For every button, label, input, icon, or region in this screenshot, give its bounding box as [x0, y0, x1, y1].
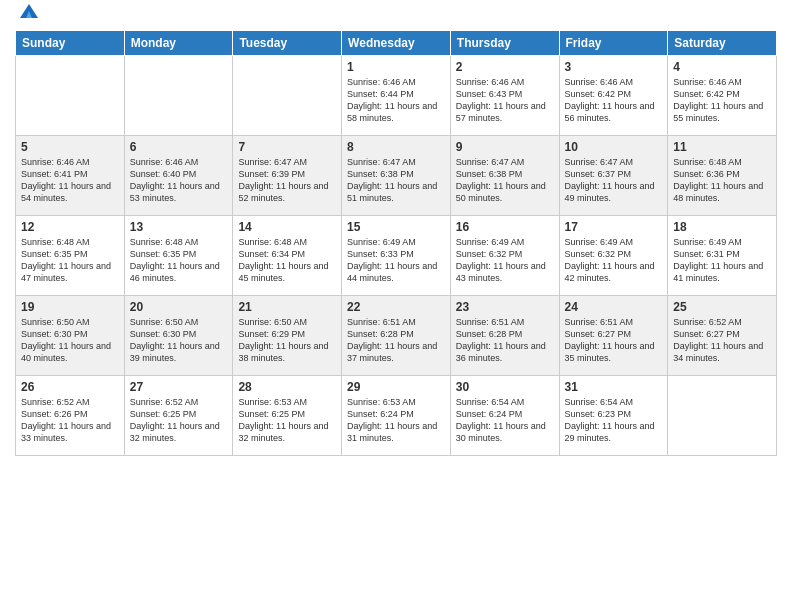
- day-info: Sunrise: 6:46 AMSunset: 6:43 PMDaylight:…: [456, 76, 554, 125]
- day-number: 2: [456, 60, 554, 74]
- calendar-cell: 15Sunrise: 6:49 AMSunset: 6:33 PMDayligh…: [342, 216, 451, 296]
- calendar-cell: 21Sunrise: 6:50 AMSunset: 6:29 PMDayligh…: [233, 296, 342, 376]
- day-number: 21: [238, 300, 336, 314]
- day-number: 19: [21, 300, 119, 314]
- day-info: Sunrise: 6:48 AMSunset: 6:35 PMDaylight:…: [21, 236, 119, 285]
- calendar-cell: 24Sunrise: 6:51 AMSunset: 6:27 PMDayligh…: [559, 296, 668, 376]
- day-info: Sunrise: 6:46 AMSunset: 6:41 PMDaylight:…: [21, 156, 119, 205]
- calendar-cell: 29Sunrise: 6:53 AMSunset: 6:24 PMDayligh…: [342, 376, 451, 456]
- logo: [15, 10, 40, 22]
- day-info: Sunrise: 6:54 AMSunset: 6:23 PMDaylight:…: [565, 396, 663, 445]
- calendar-week-4: 26Sunrise: 6:52 AMSunset: 6:26 PMDayligh…: [16, 376, 777, 456]
- calendar-cell: [233, 56, 342, 136]
- day-info: Sunrise: 6:52 AMSunset: 6:25 PMDaylight:…: [130, 396, 228, 445]
- day-number: 27: [130, 380, 228, 394]
- calendar-header-row: SundayMondayTuesdayWednesdayThursdayFrid…: [16, 31, 777, 56]
- day-number: 12: [21, 220, 119, 234]
- calendar-cell: 13Sunrise: 6:48 AMSunset: 6:35 PMDayligh…: [124, 216, 233, 296]
- day-info: Sunrise: 6:49 AMSunset: 6:33 PMDaylight:…: [347, 236, 445, 285]
- day-number: 22: [347, 300, 445, 314]
- calendar-week-2: 12Sunrise: 6:48 AMSunset: 6:35 PMDayligh…: [16, 216, 777, 296]
- calendar-cell: 3Sunrise: 6:46 AMSunset: 6:42 PMDaylight…: [559, 56, 668, 136]
- col-header-thursday: Thursday: [450, 31, 559, 56]
- calendar-cell: 19Sunrise: 6:50 AMSunset: 6:30 PMDayligh…: [16, 296, 125, 376]
- day-number: 29: [347, 380, 445, 394]
- day-info: Sunrise: 6:54 AMSunset: 6:24 PMDaylight:…: [456, 396, 554, 445]
- day-number: 31: [565, 380, 663, 394]
- day-info: Sunrise: 6:47 AMSunset: 6:38 PMDaylight:…: [347, 156, 445, 205]
- calendar-cell: 9Sunrise: 6:47 AMSunset: 6:38 PMDaylight…: [450, 136, 559, 216]
- col-header-wednesday: Wednesday: [342, 31, 451, 56]
- day-info: Sunrise: 6:49 AMSunset: 6:32 PMDaylight:…: [565, 236, 663, 285]
- calendar-cell: 26Sunrise: 6:52 AMSunset: 6:26 PMDayligh…: [16, 376, 125, 456]
- logo-icon: [18, 0, 40, 22]
- day-number: 15: [347, 220, 445, 234]
- day-number: 8: [347, 140, 445, 154]
- col-header-friday: Friday: [559, 31, 668, 56]
- day-number: 20: [130, 300, 228, 314]
- calendar-cell: 2Sunrise: 6:46 AMSunset: 6:43 PMDaylight…: [450, 56, 559, 136]
- col-header-saturday: Saturday: [668, 31, 777, 56]
- day-info: Sunrise: 6:47 AMSunset: 6:39 PMDaylight:…: [238, 156, 336, 205]
- calendar-cell: 17Sunrise: 6:49 AMSunset: 6:32 PMDayligh…: [559, 216, 668, 296]
- day-info: Sunrise: 6:47 AMSunset: 6:38 PMDaylight:…: [456, 156, 554, 205]
- day-info: Sunrise: 6:46 AMSunset: 6:42 PMDaylight:…: [673, 76, 771, 125]
- day-number: 3: [565, 60, 663, 74]
- calendar-cell: 14Sunrise: 6:48 AMSunset: 6:34 PMDayligh…: [233, 216, 342, 296]
- day-number: 10: [565, 140, 663, 154]
- day-number: 7: [238, 140, 336, 154]
- calendar-cell: [124, 56, 233, 136]
- day-number: 14: [238, 220, 336, 234]
- calendar-cell: 12Sunrise: 6:48 AMSunset: 6:35 PMDayligh…: [16, 216, 125, 296]
- day-number: 25: [673, 300, 771, 314]
- day-number: 17: [565, 220, 663, 234]
- day-number: 30: [456, 380, 554, 394]
- day-number: 9: [456, 140, 554, 154]
- day-number: 26: [21, 380, 119, 394]
- col-header-monday: Monday: [124, 31, 233, 56]
- day-info: Sunrise: 6:46 AMSunset: 6:44 PMDaylight:…: [347, 76, 445, 125]
- day-number: 6: [130, 140, 228, 154]
- day-info: Sunrise: 6:46 AMSunset: 6:40 PMDaylight:…: [130, 156, 228, 205]
- calendar-week-1: 5Sunrise: 6:46 AMSunset: 6:41 PMDaylight…: [16, 136, 777, 216]
- calendar-cell: 7Sunrise: 6:47 AMSunset: 6:39 PMDaylight…: [233, 136, 342, 216]
- day-info: Sunrise: 6:52 AMSunset: 6:27 PMDaylight:…: [673, 316, 771, 365]
- page-header: [15, 10, 777, 22]
- calendar-table: SundayMondayTuesdayWednesdayThursdayFrid…: [15, 30, 777, 456]
- calendar-cell: 4Sunrise: 6:46 AMSunset: 6:42 PMDaylight…: [668, 56, 777, 136]
- day-info: Sunrise: 6:52 AMSunset: 6:26 PMDaylight:…: [21, 396, 119, 445]
- day-number: 24: [565, 300, 663, 314]
- day-number: 28: [238, 380, 336, 394]
- day-info: Sunrise: 6:53 AMSunset: 6:24 PMDaylight:…: [347, 396, 445, 445]
- calendar-cell: 6Sunrise: 6:46 AMSunset: 6:40 PMDaylight…: [124, 136, 233, 216]
- day-number: 23: [456, 300, 554, 314]
- calendar-cell: 23Sunrise: 6:51 AMSunset: 6:28 PMDayligh…: [450, 296, 559, 376]
- day-number: 18: [673, 220, 771, 234]
- day-info: Sunrise: 6:49 AMSunset: 6:32 PMDaylight:…: [456, 236, 554, 285]
- day-number: 16: [456, 220, 554, 234]
- calendar-week-3: 19Sunrise: 6:50 AMSunset: 6:30 PMDayligh…: [16, 296, 777, 376]
- calendar-cell: 1Sunrise: 6:46 AMSunset: 6:44 PMDaylight…: [342, 56, 451, 136]
- calendar-cell: 18Sunrise: 6:49 AMSunset: 6:31 PMDayligh…: [668, 216, 777, 296]
- calendar-cell: 10Sunrise: 6:47 AMSunset: 6:37 PMDayligh…: [559, 136, 668, 216]
- day-info: Sunrise: 6:51 AMSunset: 6:28 PMDaylight:…: [347, 316, 445, 365]
- day-info: Sunrise: 6:48 AMSunset: 6:34 PMDaylight:…: [238, 236, 336, 285]
- day-info: Sunrise: 6:47 AMSunset: 6:37 PMDaylight:…: [565, 156, 663, 205]
- calendar-cell: 22Sunrise: 6:51 AMSunset: 6:28 PMDayligh…: [342, 296, 451, 376]
- day-number: 5: [21, 140, 119, 154]
- calendar-cell: 28Sunrise: 6:53 AMSunset: 6:25 PMDayligh…: [233, 376, 342, 456]
- calendar-cell: 16Sunrise: 6:49 AMSunset: 6:32 PMDayligh…: [450, 216, 559, 296]
- calendar-week-0: 1Sunrise: 6:46 AMSunset: 6:44 PMDaylight…: [16, 56, 777, 136]
- calendar-cell: 25Sunrise: 6:52 AMSunset: 6:27 PMDayligh…: [668, 296, 777, 376]
- calendar-cell: [16, 56, 125, 136]
- day-info: Sunrise: 6:48 AMSunset: 6:35 PMDaylight:…: [130, 236, 228, 285]
- day-number: 13: [130, 220, 228, 234]
- calendar-cell: [668, 376, 777, 456]
- calendar-cell: 5Sunrise: 6:46 AMSunset: 6:41 PMDaylight…: [16, 136, 125, 216]
- day-number: 11: [673, 140, 771, 154]
- calendar-cell: 20Sunrise: 6:50 AMSunset: 6:30 PMDayligh…: [124, 296, 233, 376]
- day-info: Sunrise: 6:46 AMSunset: 6:42 PMDaylight:…: [565, 76, 663, 125]
- day-info: Sunrise: 6:50 AMSunset: 6:30 PMDaylight:…: [130, 316, 228, 365]
- day-info: Sunrise: 6:53 AMSunset: 6:25 PMDaylight:…: [238, 396, 336, 445]
- col-header-tuesday: Tuesday: [233, 31, 342, 56]
